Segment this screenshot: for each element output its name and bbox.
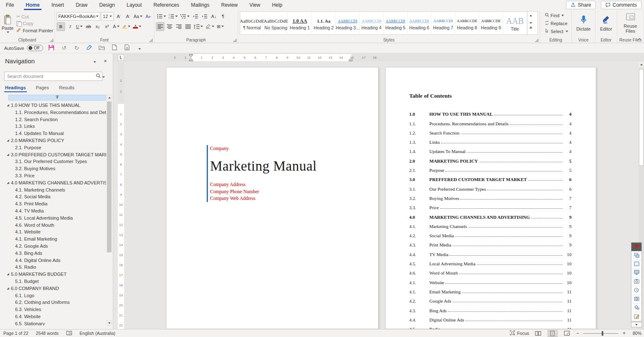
underline-button[interactable]: U	[75, 22, 83, 31]
reuse-files-button[interactable]: Reuse Files	[619, 11, 642, 35]
scroll-down-button[interactable]	[106, 320, 112, 326]
style-item[interactable]: AABBCCDI Heading 3...	[336, 12, 360, 34]
vertical-ruler[interactable]: 21 1234567891011121314151617181920212223	[118, 63, 124, 329]
zoom-in-button[interactable]: +	[623, 330, 626, 336]
ribbon-tab[interactable]: Layout	[121, 0, 148, 10]
navigation-scrollbar[interactable]	[106, 95, 112, 326]
heading-item[interactable]: ◢ 4.5. Local Advertising Media	[0, 215, 106, 222]
style-item[interactable]: AABBCCDE Heading 8	[455, 12, 479, 34]
decrease-indent-button[interactable]	[191, 12, 200, 21]
heading-item[interactable]: ◢ 2.1. Purpose	[0, 144, 106, 151]
style-item[interactable]: AABBCCDI Heading 7	[431, 12, 455, 34]
tab-selector-button[interactable]: L	[118, 54, 124, 61]
region-capture-button[interactable]	[631, 260, 641, 269]
comments-button[interactable]: Comments	[601, 1, 641, 9]
heading-item[interactable]: ◢ 4.1. Email Marketing	[0, 236, 106, 243]
zoom-out-button[interactable]: −	[576, 330, 579, 336]
toc-entry[interactable]: 2.1. Purpose 5	[409, 164, 571, 173]
heading-item[interactable]: ◢ 1.1. Procedures, Recommendations and D…	[0, 109, 106, 116]
select-button[interactable]: Select	[543, 27, 570, 35]
annotate-button[interactable]	[631, 312, 641, 321]
superscript-button[interactable]: x²	[103, 22, 111, 31]
heading-item[interactable]: ◢ 5.0 MARKETING BUDGET	[0, 271, 106, 278]
company-phone-line[interactable]: Company Phone Number	[210, 188, 358, 195]
toc-entry[interactable]: 4.6. Word of Mouth 10	[409, 267, 571, 276]
customize-qat-button[interactable]	[135, 45, 144, 51]
search-options-dropdown[interactable]	[102, 74, 105, 79]
style-item[interactable]: AABBCCDI Heading 4	[360, 12, 384, 34]
ribbon-tab[interactable]: Help	[266, 0, 288, 10]
italic-button[interactable]: I	[66, 22, 74, 31]
ribbon-tab[interactable]: View	[244, 0, 266, 10]
print-preview-button[interactable]	[123, 44, 131, 52]
heading-item[interactable]: ◢ 4.2. Social Media	[0, 193, 106, 200]
print-layout-button[interactable]	[548, 330, 558, 337]
clipboard-dialog-launcher[interactable]	[50, 39, 53, 42]
paragraph-dialog-launcher[interactable]	[233, 39, 236, 42]
justify-button[interactable]	[184, 22, 192, 31]
heading-item[interactable]: ◢ 4.4. Digital Online Ads	[0, 257, 106, 264]
ribbon-tab[interactable]: Insert	[46, 0, 70, 10]
styles-scroll-up-button[interactable]	[527, 12, 534, 19]
heading-item[interactable]: ◢ 4.1. Website	[0, 228, 106, 236]
expand-triangle-icon[interactable]: ◢	[5, 151, 11, 158]
capture-settings-button[interactable]	[631, 304, 641, 313]
toc-entry[interactable]: 1.3. Links 4	[409, 136, 571, 145]
heading-item[interactable]: ◢ 4.5. Radio	[0, 264, 106, 271]
navigation-options-button[interactable]	[89, 59, 100, 64]
replace-button[interactable]: Replace	[543, 19, 570, 27]
company-web-line[interactable]: Company Web Address	[210, 195, 358, 202]
company-line[interactable]: Company	[210, 145, 358, 152]
ribbon-tab[interactable]: Review	[216, 0, 244, 10]
fullscreen-capture-button[interactable]	[631, 269, 641, 277]
navigation-tab[interactable]: Headings	[5, 85, 26, 92]
ribbon-tab[interactable]: References	[148, 0, 185, 10]
numbered-list-button[interactable]: 1.2.	[168, 12, 179, 21]
expand-triangle-icon[interactable]: ◢	[5, 137, 11, 144]
toc-entry[interactable]: 4.4. TV Media 10	[409, 248, 571, 257]
search-icon[interactable]	[96, 73, 101, 79]
ribbon-tab[interactable]: Home	[20, 0, 45, 10]
toc-entry[interactable]: 1.2. Search Function 4	[409, 127, 571, 136]
sort-button[interactable]: A↓	[210, 12, 218, 21]
ribbon-tab[interactable]: Mailings	[185, 0, 215, 10]
align-left-button[interactable]	[156, 22, 164, 31]
open-file-button[interactable]	[98, 45, 106, 52]
style-item[interactable]: AABBCCDI Heading 6	[408, 12, 431, 34]
dictate-button[interactable]: Dictate	[574, 11, 593, 35]
heading-item[interactable]: ◢ 4.2. Google Ads	[0, 243, 106, 250]
expand-triangle-icon[interactable]: ◢	[5, 285, 11, 292]
doc-scroll-thumb[interactable]	[639, 69, 644, 166]
timer-capture-button[interactable]	[631, 286, 641, 295]
multilevel-list-button[interactable]	[179, 12, 190, 21]
toc-entry[interactable]: 3.0 PREFFERED CUSTOMER TARGET MARKET 6	[409, 173, 571, 182]
navigation-close-button[interactable]: ×	[100, 58, 110, 64]
company-address-line[interactable]: Company Address	[210, 181, 358, 188]
save-button[interactable]	[47, 44, 56, 52]
share-button[interactable]: Share	[566, 1, 596, 9]
styles-expand-button[interactable]	[527, 27, 534, 34]
scroll-thumb[interactable]	[107, 101, 112, 252]
heading-item[interactable]: ◢ 4.1. Marketing Channels	[0, 187, 106, 194]
toc-entry[interactable]: 3.2. Buying Motives 7	[409, 192, 571, 201]
heading-item[interactable]: ◢ 4.4. TV Media	[0, 207, 106, 215]
heading-item[interactable]: ◢ 2.0 MARKETING POLICY	[0, 137, 106, 144]
format-painter-button[interactable]: Format Painter	[15, 27, 55, 34]
heading-item[interactable]: ◢ 3.0 PREFFERED CUSTOMER TARGET MARKET	[0, 151, 106, 158]
ribbon-tab[interactable]: Draw	[70, 0, 93, 10]
expand-triangle-icon[interactable]: ◢	[5, 271, 11, 278]
change-case-button[interactable]: Aa	[133, 12, 143, 21]
capture-toolbar-more-button[interactable]	[631, 322, 642, 327]
heading-item[interactable]: ◢ 6.5. Stationary	[0, 320, 106, 326]
toc-entry[interactable]: 1.1. Procedures. Recommendations and Det…	[409, 117, 571, 126]
style-item[interactable]: AaBbCcDdE No Spacing	[264, 12, 288, 34]
heading-item[interactable]: ◢ 3.1. Our Preferred Customer Types	[0, 158, 106, 165]
line-spacing-button[interactable]	[193, 22, 204, 31]
word-count-indicator[interactable]: 2548 words	[36, 331, 59, 336]
horizontal-ruler[interactable]: L 21 123456789101112131415 1718	[113, 54, 644, 62]
toc-entry[interactable]: 4.0 MARKETING CHANNELS AND ADVERTISING 9	[409, 210, 571, 220]
toc-entry[interactable]: 2.0 MARKETING POLICY 5	[409, 154, 571, 163]
redo-button[interactable]: ↻	[73, 45, 81, 51]
toc-entry[interactable]: 4.2. Social Media 9	[409, 229, 571, 238]
page-number-indicator[interactable]: Page 1 of 22	[3, 331, 29, 336]
